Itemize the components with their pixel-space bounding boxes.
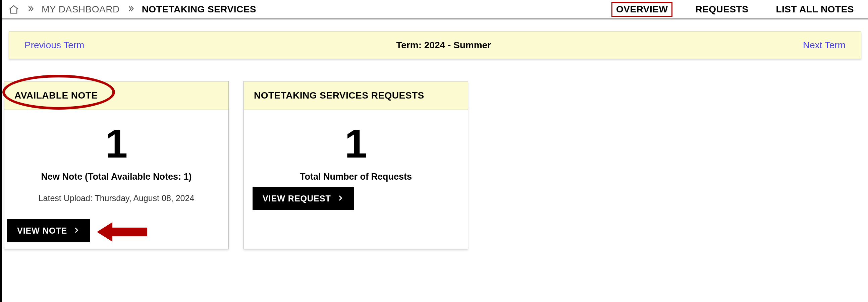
term-banner-container: Previous Term Term: 2024 - Summer Next T… — [2, 20, 868, 66]
view-note-button-label: VIEW NOTE — [17, 226, 67, 236]
requests-card: NOTETAKING SERVICES REQUESTS 1 Total Num… — [244, 81, 468, 249]
view-request-button[interactable]: VIEW REQUEST — [253, 187, 354, 210]
view-note-button[interactable]: VIEW NOTE — [7, 219, 90, 242]
next-term-link[interactable]: Next Term — [803, 40, 845, 51]
breadcrumb-dashboard[interactable]: MY DASHBOARD — [41, 4, 120, 15]
chevron-icon — [27, 4, 34, 15]
home-icon[interactable] — [8, 4, 20, 15]
breadcrumb: MY DASHBOARD NOTETAKING SERVICES — [8, 4, 256, 15]
cards-row: AVAILABLE NOTE 1 New Note (Total Availab… — [2, 66, 868, 256]
breadcrumb-current: NOTETAKING SERVICES — [142, 4, 256, 15]
available-note-card: AVAILABLE NOTE 1 New Note (Total Availab… — [4, 81, 229, 249]
available-note-title: AVAILABLE NOTE — [4, 81, 228, 110]
available-note-count: 1 — [12, 121, 220, 166]
top-tabs: OVERVIEW REQUESTS LIST ALL NOTES — [612, 2, 859, 17]
tab-overview[interactable]: OVERVIEW — [612, 2, 673, 17]
requests-card-body: 1 Total Number of Requests — [244, 110, 468, 249]
requests-label: Total Number of Requests — [252, 172, 460, 182]
term-label: Term: 2024 - Summer — [396, 40, 491, 51]
top-bar: MY DASHBOARD NOTETAKING SERVICES OVERVIE… — [2, 0, 868, 20]
chevron-icon — [127, 4, 134, 15]
tab-list-all-notes[interactable]: LIST ALL NOTES — [771, 2, 859, 17]
available-note-label: New Note (Total Available Notes: 1) — [12, 172, 220, 182]
view-request-button-label: VIEW REQUEST — [262, 194, 331, 203]
requests-count: 1 — [252, 121, 460, 166]
chevron-right-icon — [73, 226, 80, 236]
requests-card-title: NOTETAKING SERVICES REQUESTS — [244, 81, 468, 110]
chevron-right-icon — [337, 194, 344, 203]
tab-requests[interactable]: REQUESTS — [690, 2, 753, 17]
term-banner: Previous Term Term: 2024 - Summer Next T… — [9, 32, 861, 59]
available-note-sub: Latest Upload: Thursday, August 08, 2024 — [12, 193, 220, 203]
previous-term-link[interactable]: Previous Term — [25, 40, 84, 51]
